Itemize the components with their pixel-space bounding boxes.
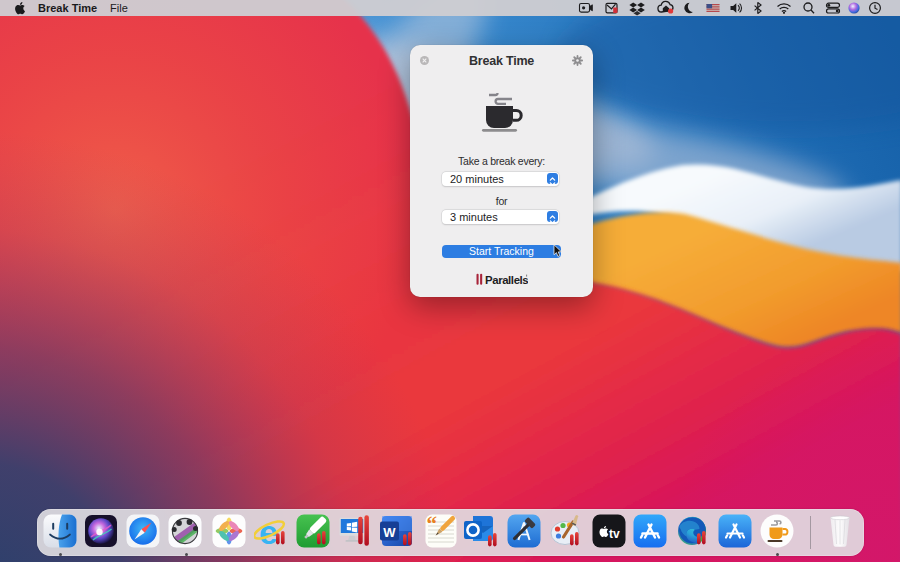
svg-text:W: W bbox=[383, 525, 396, 540]
svg-text:tv: tv bbox=[609, 527, 620, 541]
svg-text:Parallels: Parallels bbox=[485, 274, 528, 286]
svg-text:“: “ bbox=[427, 514, 438, 536]
svg-text:e: e bbox=[259, 514, 278, 548]
